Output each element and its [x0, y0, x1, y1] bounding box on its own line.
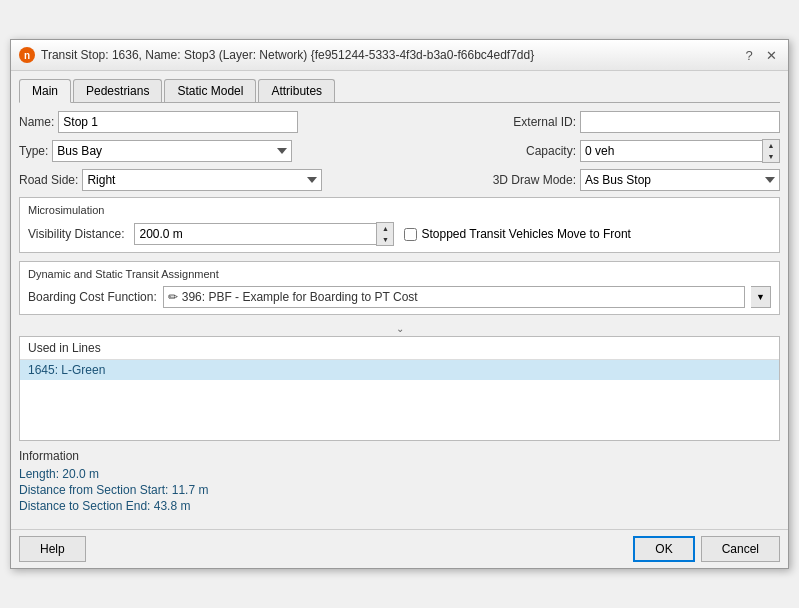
- capacity-spinner: ▲ ▼: [762, 139, 780, 163]
- close-button[interactable]: ✕: [762, 46, 780, 64]
- road-side-label: Road Side:: [19, 173, 78, 187]
- stopped-vehicles-checkbox[interactable]: [404, 228, 417, 241]
- name-input[interactable]: [58, 111, 298, 133]
- draw-mode-label: 3D Draw Mode:: [493, 173, 576, 187]
- tab-pedestrians[interactable]: Pedestrians: [73, 79, 162, 102]
- microsimulation-title: Microsimulation: [28, 204, 771, 216]
- info-item-0: Length: 20.0 m: [19, 467, 780, 481]
- cancel-button[interactable]: Cancel: [701, 536, 780, 562]
- microsim-row: Visibility Distance: ▲ ▼ Stopped Transit…: [28, 222, 771, 246]
- app-icon: n: [19, 47, 35, 63]
- title-bar-left: n Transit Stop: 1636, Name: Stop3 (Layer…: [19, 47, 534, 63]
- visibility-increment[interactable]: ▲: [377, 223, 393, 234]
- tab-static-model[interactable]: Static Model: [164, 79, 256, 102]
- type-row: Type: Bus Bay Bus Stop Tram Stop Rail St…: [19, 139, 780, 163]
- collapse-section: ⌄: [19, 323, 780, 334]
- visibility-decrement[interactable]: ▼: [377, 234, 393, 245]
- name-label: Name:: [19, 115, 54, 129]
- type-label: Type:: [19, 144, 48, 158]
- help-button[interactable]: Help: [19, 536, 86, 562]
- title-bar: n Transit Stop: 1636, Name: Stop3 (Layer…: [11, 40, 788, 71]
- ok-button[interactable]: OK: [633, 536, 694, 562]
- capacity-label: Capacity:: [526, 144, 576, 158]
- information-title: Information: [19, 449, 780, 463]
- help-icon-button[interactable]: ?: [740, 46, 758, 64]
- footer-right: OK Cancel: [633, 536, 780, 562]
- road-side-row: Road Side: Right Left Both 3D Draw Mode:…: [19, 169, 780, 191]
- dialog-title: Transit Stop: 1636, Name: Stop3 (Layer: …: [41, 48, 534, 62]
- information-section: Information Length: 20.0 m Distance from…: [19, 449, 780, 513]
- capacity-decrement[interactable]: ▼: [763, 151, 779, 162]
- boarding-row: Boarding Cost Function: ✏ 396: PBF - Exa…: [28, 286, 771, 308]
- capacity-increment[interactable]: ▲: [763, 140, 779, 151]
- tab-main[interactable]: Main: [19, 79, 71, 103]
- road-side-select[interactable]: Right Left Both: [82, 169, 322, 191]
- dynamic-section-title: Dynamic and Static Transit Assignment: [28, 268, 771, 280]
- dialog-window: n Transit Stop: 1636, Name: Stop3 (Layer…: [10, 39, 789, 569]
- tab-attributes[interactable]: Attributes: [258, 79, 335, 102]
- name-row: Name: External ID:: [19, 111, 780, 133]
- stopped-vehicles-checkbox-label[interactable]: Stopped Transit Vehicles Move to Front: [404, 227, 630, 241]
- collapse-chevron-btn[interactable]: ⌄: [396, 323, 404, 334]
- external-id-input[interactable]: [580, 111, 780, 133]
- boarding-dropdown-btn[interactable]: ▼: [751, 286, 771, 308]
- boarding-input-wrap: ✏ 396: PBF - Example for Boarding to PT …: [163, 286, 745, 308]
- used-in-lines-section: Used in Lines 1645: L-Green: [19, 336, 780, 441]
- dynamic-section: Dynamic and Static Transit Assignment Bo…: [19, 261, 780, 315]
- list-item[interactable]: 1645: L-Green: [20, 360, 779, 380]
- dialog-footer: Help OK Cancel: [11, 529, 788, 568]
- info-item-2: Distance to Section End: 43.8 m: [19, 499, 780, 513]
- boarding-icon: ✏: [168, 290, 178, 304]
- draw-mode-select[interactable]: As Bus Stop As Tram Stop As Rail Stop: [580, 169, 780, 191]
- stopped-vehicles-label: Stopped Transit Vehicles Move to Front: [421, 227, 630, 241]
- capacity-input[interactable]: [580, 140, 762, 162]
- visibility-input[interactable]: [134, 223, 376, 245]
- boarding-label: Boarding Cost Function:: [28, 290, 157, 304]
- title-bar-controls: ? ✕: [740, 46, 780, 64]
- visibility-label: Visibility Distance:: [28, 227, 124, 241]
- used-in-lines-body: 1645: L-Green: [20, 360, 779, 440]
- tab-bar: Main Pedestrians Static Model Attributes: [19, 79, 780, 103]
- boarding-value: 396: PBF - Example for Boarding to PT Co…: [182, 290, 418, 304]
- visibility-spinner: ▲ ▼: [376, 222, 394, 246]
- microsimulation-section: Microsimulation Visibility Distance: ▲ ▼…: [19, 197, 780, 253]
- used-in-lines-title: Used in Lines: [20, 337, 779, 360]
- type-select[interactable]: Bus Bay Bus Stop Tram Stop Rail Stop: [52, 140, 292, 162]
- external-id-label: External ID:: [513, 115, 576, 129]
- dialog-body: Main Pedestrians Static Model Attributes…: [11, 71, 788, 529]
- info-item-1: Distance from Section Start: 11.7 m: [19, 483, 780, 497]
